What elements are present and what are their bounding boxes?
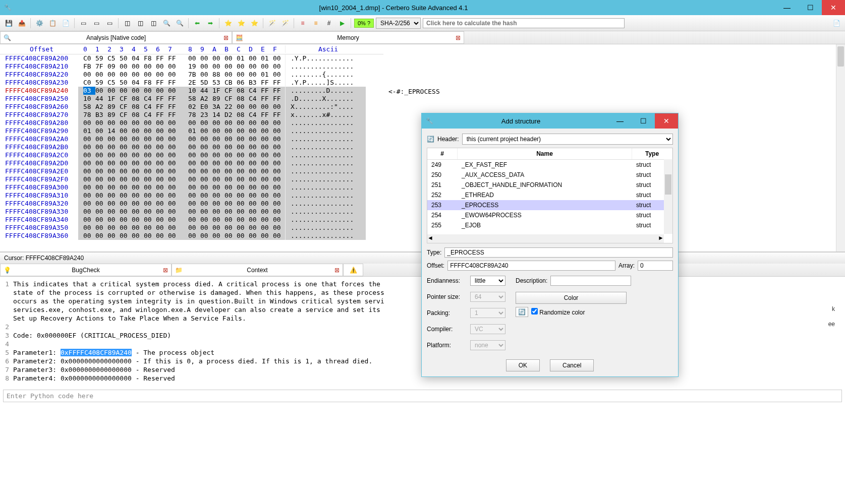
- separator: [263, 18, 263, 28]
- dialog-titlebar: 🔧 Add structure — ☐ ✕: [422, 113, 678, 129]
- layout2-icon[interactable]: ◫: [135, 18, 146, 29]
- array-input[interactable]: [638, 261, 673, 271]
- play-icon[interactable]: ▶: [336, 18, 348, 29]
- hex-rows[interactable]: FFFFC408CF89A200C059C55004F8FFFF00000000…: [0, 54, 383, 240]
- table-row[interactable]: 249_EX_FAST_REFstruct: [427, 160, 672, 170]
- table-hscrollbar[interactable]: ◄►: [427, 234, 664, 243]
- header-bytes: 0123456789ABCDEF: [78, 45, 285, 53]
- color-button[interactable]: Color: [516, 292, 627, 304]
- ok-button[interactable]: OK: [506, 359, 540, 371]
- separator: [74, 18, 75, 28]
- table-row[interactable]: 253_EPROCESSstruct: [427, 200, 672, 210]
- dialog-close-button[interactable]: ✕: [655, 113, 678, 129]
- bookmark2-icon[interactable]: ⭐: [236, 18, 247, 29]
- layout3-icon[interactable]: ◫: [148, 18, 159, 29]
- cancel-button[interactable]: Cancel: [550, 359, 594, 371]
- tab-bugcheck-label: BugCheck: [72, 267, 99, 274]
- upper-tab-strip: 🔍 Analysis [Native code] ⊠ 🧮 Memory ⊠: [0, 31, 845, 44]
- bars-orange-icon[interactable]: ≡: [310, 18, 321, 29]
- header-ascii: Ascii: [285, 45, 366, 53]
- table-row[interactable]: 252_ETHREADstruct: [427, 190, 672, 200]
- dialog-minimize-button[interactable]: —: [608, 113, 632, 129]
- separator: [351, 18, 351, 28]
- window3-icon[interactable]: ▭: [104, 18, 115, 29]
- tab-bugcheck[interactable]: 💡 BugCheck ⊠: [0, 264, 172, 276]
- th-name[interactable]: Name: [458, 148, 632, 159]
- table-header: # Name Type: [427, 148, 672, 160]
- hash-icon[interactable]: #: [323, 18, 334, 29]
- hash-algo-select[interactable]: SHA-2/256: [376, 18, 421, 29]
- packing-label: Packing:: [427, 309, 467, 317]
- export-icon[interactable]: 📤: [16, 18, 27, 29]
- tab-memory-label: Memory: [337, 34, 359, 41]
- scrollbar-thumb[interactable]: [665, 174, 671, 195]
- randomize-checkbox[interactable]: Randomize color: [531, 308, 585, 316]
- table-row[interactable]: 250_AUX_ACCESS_DATAstruct: [427, 170, 672, 180]
- dialog-maximize-button[interactable]: ☐: [632, 113, 655, 129]
- tree-item-hint: k: [832, 305, 835, 312]
- struct-table: # Name Type 249_EX_FAST_REFstruct250_AUX…: [427, 148, 673, 243]
- offset-input[interactable]: [447, 261, 615, 271]
- percent-indicator[interactable]: 0% ?: [354, 19, 374, 28]
- tree-item-hint: ee: [828, 321, 835, 328]
- separator: [30, 18, 31, 28]
- description-input[interactable]: [550, 276, 631, 286]
- randomize-label: Randomize color: [539, 309, 585, 316]
- zoom-out-icon[interactable]: 🔍: [174, 18, 185, 29]
- tab-context[interactable]: 📁 Context ⊠: [172, 264, 343, 276]
- hex-header: Offset 0123456789ABCDEF Ascii: [0, 44, 383, 54]
- table-row[interactable]: 254_EWOW64PROCESSstruct: [427, 210, 672, 220]
- type-input[interactable]: [444, 247, 673, 258]
- back-icon[interactable]: ⬅: [192, 18, 203, 29]
- zoom-in-icon[interactable]: 🔍: [161, 18, 172, 29]
- separator: [219, 18, 219, 28]
- bookmark1-icon[interactable]: ⭐: [222, 18, 234, 29]
- window-title: [win10_2004_1.dmp] - Cerbero Suite Advan…: [12, 4, 775, 12]
- tab-warning[interactable]: ⚠️: [343, 264, 363, 276]
- header-select[interactable]: this (current project header): [462, 134, 673, 145]
- th-number[interactable]: #: [427, 148, 458, 159]
- table-row[interactable]: 255_EJOBstruct: [427, 220, 672, 230]
- close-icon[interactable]: ⊠: [163, 267, 168, 274]
- python-input[interactable]: Enter Python code here: [3, 390, 842, 402]
- bookmark3-icon[interactable]: ⭐: [249, 18, 260, 29]
- forward-icon[interactable]: ➡: [205, 18, 216, 29]
- bars-red-icon[interactable]: ≡: [297, 18, 308, 29]
- endianness-label: Endianness:: [427, 277, 467, 284]
- help-icon[interactable]: 📄: [831, 18, 842, 29]
- tab-memory[interactable]: 🧮 Memory ⊠: [232, 31, 464, 44]
- separator: [188, 18, 189, 28]
- close-icon[interactable]: ⊠: [334, 267, 340, 274]
- separator: [294, 18, 294, 28]
- window2-icon[interactable]: ▭: [91, 18, 102, 29]
- gear-icon[interactable]: ⚙️: [34, 18, 45, 29]
- close-icon[interactable]: ⊠: [456, 34, 461, 41]
- wand2-icon[interactable]: 🪄: [279, 18, 291, 29]
- hash-input[interactable]: [423, 18, 625, 28]
- compiler-select: VC: [470, 324, 505, 334]
- header-label: Header:: [437, 136, 459, 143]
- endianness-select[interactable]: little: [470, 276, 505, 286]
- vertical-scrollbar[interactable]: [836, 44, 845, 251]
- main-toolbar: 💾 📤 ⚙️ 📋 📄 ▭ ▭ ▭ ◫ ◫ ◫ 🔍 🔍 ⬅ ➡ ⭐ ⭐ ⭐ 🪄 🪄…: [0, 15, 845, 31]
- refresh-icon[interactable]: 🔄: [427, 136, 434, 143]
- refresh-color-icon[interactable]: 🔄: [516, 307, 528, 317]
- folder-icon: 📁: [175, 267, 183, 274]
- layout1-icon[interactable]: ◫: [122, 18, 133, 29]
- tab-analysis[interactable]: 🔍 Analysis [Native code] ⊠: [0, 31, 232, 44]
- save-icon[interactable]: 💾: [3, 18, 14, 29]
- table-row[interactable]: 251_OBJECT_HANDLE_INFORMATIONstruct: [427, 180, 672, 190]
- scrollbar-thumb[interactable]: [837, 46, 844, 67]
- close-button[interactable]: ✕: [822, 0, 845, 15]
- table-vscrollbar[interactable]: [664, 159, 672, 234]
- th-type[interactable]: Type: [632, 148, 672, 159]
- maximize-button[interactable]: ☐: [799, 0, 822, 15]
- copy-icon[interactable]: 📋: [47, 18, 58, 29]
- minimize-button[interactable]: —: [775, 0, 799, 15]
- array-label: Array:: [618, 262, 635, 269]
- paste-icon[interactable]: 📄: [60, 18, 71, 29]
- window1-icon[interactable]: ▭: [78, 18, 89, 29]
- close-icon[interactable]: ⊠: [223, 34, 229, 41]
- dialog-icon: 🔧: [426, 117, 433, 124]
- wand1-icon[interactable]: 🪄: [266, 18, 277, 29]
